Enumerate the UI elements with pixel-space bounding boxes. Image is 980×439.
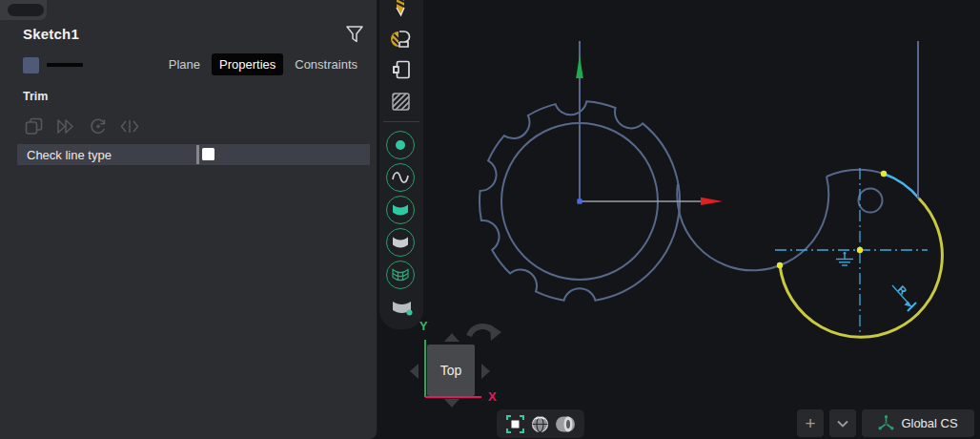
check-line-type-label: Check line type xyxy=(27,148,112,162)
export-shape-icon[interactable] xyxy=(392,60,411,84)
tab-properties[interactable]: Properties xyxy=(212,53,283,75)
axes-triad-icon xyxy=(878,415,894,431)
toolbar-divider xyxy=(383,121,419,122)
funnel-icon xyxy=(344,24,365,45)
trim-mini-toolbar xyxy=(25,117,139,136)
viewcube-rotate-up-arrow[interactable] xyxy=(444,333,459,342)
check-line-type-row[interactable]: Check line type xyxy=(17,144,370,165)
side-toolbar xyxy=(379,0,423,329)
viewcube-face-label: Top xyxy=(440,363,462,378)
add-cs-button[interactable]: + xyxy=(797,409,824,437)
large-circle-highlight-arc[interactable] xyxy=(884,174,919,199)
x-axis-arrow xyxy=(701,198,723,205)
surface-plain-tool-button[interactable] xyxy=(386,228,415,257)
mold-half-icon[interactable] xyxy=(391,30,412,53)
point-tool-button[interactable] xyxy=(386,131,415,159)
viewcube-rotate-left-arrow[interactable] xyxy=(410,364,419,379)
copy-icon[interactable] xyxy=(25,117,43,136)
origin-point[interactable] xyxy=(577,199,582,203)
hatch-square-icon[interactable] xyxy=(391,92,411,115)
drill-tool-icon[interactable] xyxy=(393,0,409,21)
display-toolbar xyxy=(497,409,584,438)
cs-dropdown-button[interactable] xyxy=(829,409,856,437)
chevron-down-icon xyxy=(837,420,848,428)
panel-tab-bar: Plane Properties Constraints xyxy=(163,53,363,75)
radius-label: R xyxy=(896,283,909,297)
radius-dimension[interactable]: R xyxy=(892,283,916,311)
tab-plane[interactable]: Plane xyxy=(163,53,206,75)
fit-view-button[interactable] xyxy=(506,415,524,433)
filter-button[interactable] xyxy=(344,24,365,45)
global-cs-label: Global CS xyxy=(901,416,957,430)
medium-arc-curve[interactable] xyxy=(677,177,828,270)
ground-constraint-icon xyxy=(836,252,853,265)
check-line-type-checkbox[interactable] xyxy=(202,148,214,160)
surface-point-tool-button[interactable] xyxy=(389,295,414,322)
shaded-sphere-button[interactable] xyxy=(531,415,549,433)
rotate-reset-icon[interactable] xyxy=(89,117,108,136)
endpoint-marker[interactable] xyxy=(881,171,887,177)
properties-panel: Sketch1 Plane Properties Constraints Tri… xyxy=(0,0,378,439)
line-type-preview[interactable] xyxy=(47,63,83,67)
row-divider[interactable] xyxy=(196,145,199,164)
tab-constraints[interactable]: Constraints xyxy=(289,53,363,75)
y-axis-arrow xyxy=(576,54,583,78)
spline-tool-button[interactable] xyxy=(386,163,415,192)
viewcube-roll-arrow[interactable] xyxy=(463,321,503,355)
large-circle-selected-arc[interactable] xyxy=(780,199,942,337)
global-cs-button[interactable]: Global CS xyxy=(862,409,974,437)
surface-grid-tool-button[interactable] xyxy=(386,261,415,289)
panel-grab-handle xyxy=(8,4,44,16)
viewcube-rotate-down-arrow[interactable] xyxy=(444,399,459,408)
code-icon[interactable] xyxy=(120,117,139,136)
plus-icon: + xyxy=(805,413,815,434)
viewcube-rotate-right-arrow[interactable] xyxy=(481,364,490,379)
section-title: Trim xyxy=(23,90,48,103)
large-circle-plain-arc[interactable] xyxy=(827,170,884,177)
small-circle-curve[interactable] xyxy=(859,189,883,213)
x-axis-label: X xyxy=(488,389,497,404)
surface-filled-tool-button[interactable] xyxy=(386,196,415,224)
panel-grab-tab[interactable] xyxy=(0,0,47,20)
viewcube-y-axis xyxy=(424,340,426,397)
line-color-swatch[interactable] xyxy=(23,57,39,73)
skip-forward-icon[interactable] xyxy=(55,117,76,136)
y-axis-label: Y xyxy=(419,319,428,333)
viewcube-x-axis xyxy=(425,396,481,398)
sketch-title: Sketch1 xyxy=(23,26,79,42)
endpoint-marker[interactable] xyxy=(777,262,783,268)
center-point-marker[interactable] xyxy=(857,247,863,253)
revolve-view-button[interactable] xyxy=(556,415,576,433)
